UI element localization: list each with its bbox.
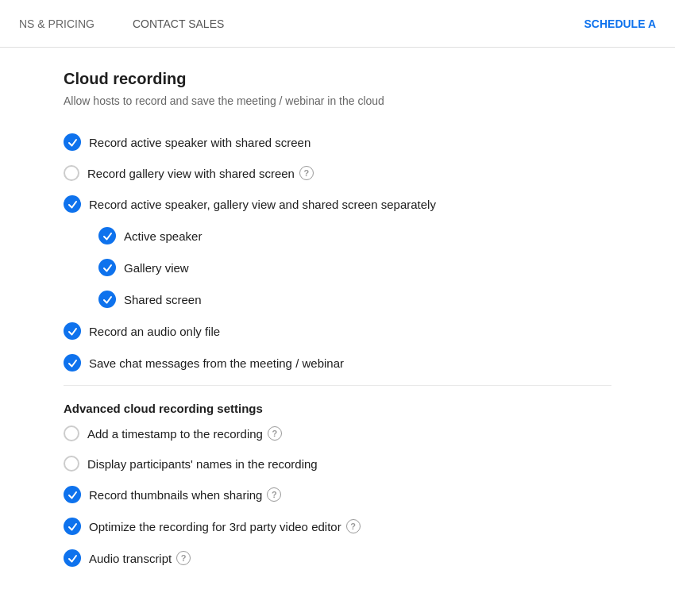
top-nav: NS & PRICING CONTACT SALES SCHEDULE A [0,0,675,48]
checkbox-adv2[interactable] [64,456,79,472]
checkbox-row-opt2: Record gallery view with shared screen ? [64,158,611,188]
checkbox-row-adv3: Record thumbnails when sharing ? [64,479,611,510]
help-icon[interactable]: ? [268,426,282,441]
checkbox-label-adv5[interactable]: Audio transcript ? [89,551,191,565]
cloud-recording-title: Cloud recording [64,70,611,88]
checkbox-adv3[interactable] [64,486,81,503]
checkbox-adv4[interactable] [64,518,81,535]
checkbox-opt3[interactable] [64,195,81,213]
checkbox-row-opt3c: Shared screen [64,283,611,315]
help-icon[interactable]: ? [346,519,361,533]
checkbox-row-adv5: Audio transcript ? [64,542,611,574]
checkbox-opt3a[interactable] [98,227,116,244]
checkbox-opt1[interactable] [64,133,81,151]
divider [64,385,611,386]
checkbox-opt2[interactable] [64,165,79,181]
checkbox-label-opt3a[interactable]: Active speaker [124,229,202,243]
checkbox-label-adv3[interactable]: Record thumbnails when sharing ? [89,487,281,502]
checkbox-opt3c[interactable] [98,291,116,308]
checkbox-row-opt4: Record an audio only file [64,315,611,347]
checkbox-row-adv1: Add a timestamp to the recording ? [64,418,611,449]
checkbox-label-opt3b[interactable]: Gallery view [124,261,189,275]
help-icon[interactable]: ? [267,487,281,502]
checkbox-row-adv4: Optimize the recording for 3rd party vid… [64,510,611,542]
checkbox-label-opt1[interactable]: Record active speaker with shared screen [89,136,310,149]
checkbox-label-opt3[interactable]: Record active speaker, gallery view and … [89,198,436,211]
contact-sales-nav[interactable]: CONTACT SALES [114,0,243,47]
advanced-settings-options: Add a timestamp to the recording ?Displa… [64,418,611,574]
checkbox-opt5[interactable] [64,354,81,372]
checkbox-label-adv4[interactable]: Optimize the recording for 3rd party vid… [89,519,361,533]
schedule-nav[interactable]: SCHEDULE A [565,0,676,47]
cloud-recording-desc: Allow hosts to record and save the meeti… [64,94,611,107]
checkbox-label-opt2[interactable]: Record gallery view with shared screen ? [87,166,314,180]
checkbox-label-opt3c[interactable]: Shared screen [124,293,202,306]
help-icon[interactable]: ? [176,551,191,565]
checkbox-opt3b[interactable] [98,259,116,276]
plans-pricing-nav[interactable]: NS & PRICING [0,0,114,47]
checkbox-row-opt5: Save chat messages from the meeting / we… [64,347,611,379]
checkbox-label-opt5[interactable]: Save chat messages from the meeting / we… [89,356,344,370]
checkbox-adv1[interactable] [64,425,79,441]
checkbox-row-opt3a: Active speaker [64,220,611,252]
help-icon[interactable]: ? [299,166,314,180]
checkbox-row-adv2: Display participants' names in the recor… [64,449,611,479]
checkbox-label-opt4[interactable]: Record an audio only file [89,325,220,338]
checkbox-adv5[interactable] [64,549,81,567]
checkbox-row-opt3b: Gallery view [64,252,611,283]
checkbox-label-adv2[interactable]: Display participants' names in the recor… [87,457,318,471]
checkbox-opt4[interactable] [64,322,81,340]
checkbox-label-adv1[interactable]: Add a timestamp to the recording ? [87,426,282,441]
cloud-recording-options: Record active speaker with shared screen… [64,126,611,379]
checkbox-row-opt1: Record active speaker with shared screen [64,126,611,158]
main-content: Cloud recording Allow hosts to record an… [0,48,675,606]
checkbox-row-opt3: Record active speaker, gallery view and … [64,188,611,220]
advanced-settings-title: Advanced cloud recording settings [64,402,611,415]
